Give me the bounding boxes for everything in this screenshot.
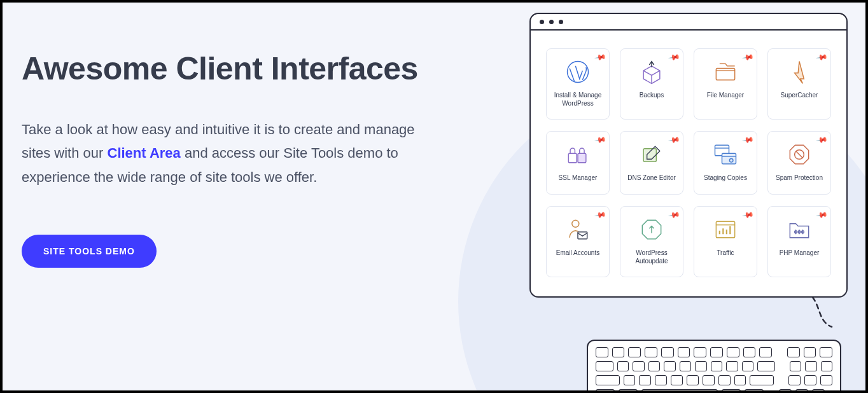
tile-file-manager[interactable]: 📌 File Manager — [694, 48, 757, 120]
pin-icon: 📌 — [815, 209, 828, 221]
tile-label: Spam Protection — [773, 174, 825, 182]
pin-icon: 📌 — [815, 51, 828, 64]
svg-rect-11 — [716, 221, 734, 238]
keyboard-icon — [587, 340, 841, 390]
wordpress-icon — [564, 58, 592, 86]
tile-backups[interactable]: 📌 Backups — [620, 48, 683, 120]
svg-point-9 — [572, 220, 579, 227]
pin-icon: 📌 — [594, 51, 606, 64]
window-dot-icon — [559, 20, 563, 24]
keyboard-illustration — [587, 324, 848, 390]
pin-icon: 📌 — [741, 134, 754, 146]
tile-label: PHP Manager — [777, 249, 822, 257]
tile-email-accounts[interactable]: 📌 Email Accounts — [546, 206, 610, 277]
supercacher-icon — [785, 58, 813, 86]
tile-wordpress-install[interactable]: 📌 Install & Manage WordPress — [546, 48, 610, 120]
tile-label: Backups — [637, 91, 666, 99]
tile-supercacher[interactable]: 📌 SuperCacher — [767, 48, 831, 120]
traffic-icon — [711, 216, 739, 244]
tile-wordpress-autoupdate[interactable]: 📌 WordPress Autoupdate — [620, 206, 683, 277]
tile-label: Staging Copies — [701, 174, 750, 182]
file-manager-icon — [711, 58, 739, 86]
body-text: Take a look at how easy and intuitive it… — [22, 118, 429, 189]
svg-rect-1 — [716, 69, 734, 80]
tile-label: SSL Manager — [556, 174, 600, 182]
tile-label: Install & Manage WordPress — [550, 91, 605, 107]
tile-label: WordPress Autoupdate — [624, 249, 679, 265]
backups-icon — [638, 58, 666, 86]
svg-rect-6 — [722, 153, 736, 163]
tile-label: Traffic — [714, 249, 736, 257]
pin-icon: 📌 — [668, 51, 680, 64]
site-tools-window: 📌 Install & Manage WordPress 📌 — [529, 13, 848, 298]
tile-traffic[interactable]: 📌 Traffic — [694, 206, 757, 277]
client-area-link[interactable]: Client Area — [108, 145, 181, 161]
tile-php-manager[interactable]: 📌 PHP Manager — [767, 206, 831, 277]
svg-rect-2 — [568, 153, 577, 163]
pin-icon: 📌 — [594, 209, 606, 221]
site-tools-demo-button[interactable]: SITE TOOLS DEMO — [22, 235, 157, 268]
svg-rect-3 — [578, 153, 586, 163]
tile-staging-copies[interactable]: 📌 Staging Copies — [694, 131, 757, 195]
tile-label: DNS Zone Editor — [625, 174, 678, 182]
svg-rect-10 — [578, 232, 587, 239]
tile-spam-protection[interactable]: 📌 Spam Protection — [767, 131, 831, 195]
pin-icon: 📌 — [668, 134, 680, 146]
staging-icon — [711, 141, 739, 169]
tile-label: Email Accounts — [554, 249, 602, 257]
autoupdate-icon — [638, 216, 666, 244]
pin-icon: 📌 — [594, 134, 606, 146]
headline: Awesome Client Interfaces — [22, 51, 429, 87]
window-dot-icon — [549, 20, 554, 24]
pin-icon: 📌 — [668, 209, 680, 221]
window-titlebar — [531, 14, 846, 31]
spam-icon — [785, 141, 813, 169]
pin-icon: 📌 — [741, 51, 754, 64]
ssl-icon — [564, 141, 592, 169]
dns-icon — [638, 141, 666, 169]
window-dot-icon — [540, 20, 544, 24]
tile-dns-editor[interactable]: 📌 DNS Zone Editor — [620, 131, 683, 195]
tools-grid: 📌 Install & Manage WordPress 📌 — [531, 31, 846, 290]
php-manager-icon — [785, 216, 813, 244]
tile-ssl-manager[interactable]: 📌 SSL Manager — [546, 131, 610, 195]
pin-icon: 📌 — [815, 134, 828, 146]
tile-label: SuperCacher — [778, 91, 821, 99]
pin-icon: 📌 — [741, 209, 754, 221]
email-accounts-icon — [564, 216, 592, 244]
tile-label: File Manager — [704, 91, 746, 99]
hero-copy: Awesome Client Interfaces Take a look at… — [22, 51, 429, 268]
